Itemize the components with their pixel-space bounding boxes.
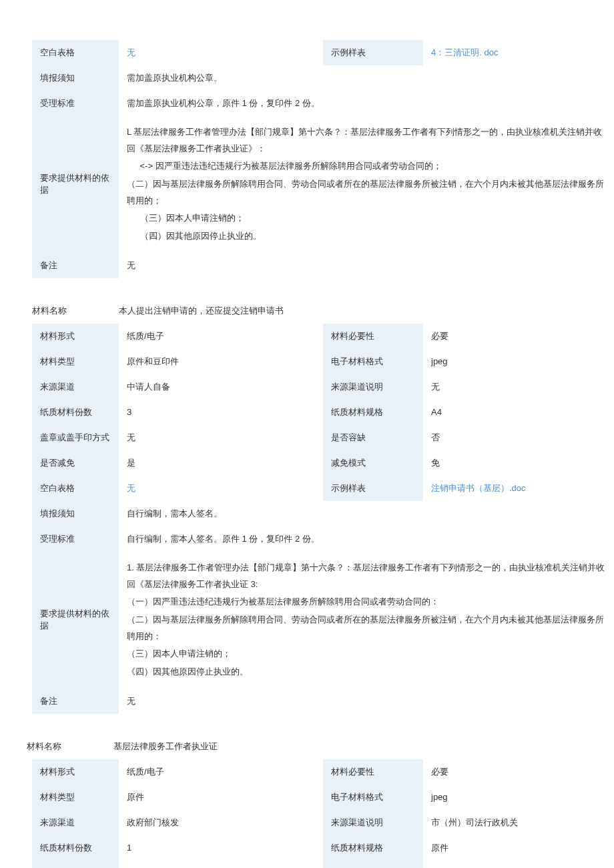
label-paper-count: 纸质材料份数 (32, 400, 119, 425)
row-basis: 要求提供材料的依据 L 基层法律服务工作者管理办法【部门规章】第十六条？：基层法… (32, 116, 614, 253)
value-mat-form: 纸质/电子 (119, 324, 323, 349)
label-mat-nec: 材料必要性 (323, 759, 423, 785)
row: 材料类型 原件和豆印件 电子材料格式 jpeg (32, 349, 614, 374)
value-sample-link[interactable]: 4：三清证明. doc (423, 40, 614, 65)
label-stamp: 盖章或盖手印方式 (32, 861, 119, 868)
value-mat-type: 原件和豆印件 (119, 349, 323, 374)
label-accept-std: 受理标准 (32, 91, 119, 116)
label-source: 来源渠道 (32, 810, 119, 835)
value-accept-std: 自行编制，需本人签名。原件 1 份，复印件 2 份。 (119, 526, 614, 552)
label-basis: 要求提供材料的依据 (32, 552, 119, 689)
row-blank-sample: 空白表格 无 示例样表 注销申请书（基层）.doc (32, 476, 614, 501)
label-source-desc: 来源渠道说明 (323, 374, 423, 400)
label-basis: 要求提供材料的依据 (32, 116, 119, 253)
row-remark: 备注 无 (32, 689, 614, 714)
label-allow-missing: 是否容缺 (323, 425, 423, 450)
label-sample: 示例样表 (323, 476, 423, 501)
basis-line: （二）因与基层法律服务所解除聘用合同、劳动合同或者所在的基层法律服务所被注销，在… (127, 176, 606, 209)
basis-line: （三）因本人申请注销的； (127, 646, 606, 663)
value-blank-form[interactable]: 无 (119, 476, 323, 501)
label-blank-form: 空白表格 (32, 476, 119, 501)
value-paper-spec: A4 (423, 400, 614, 425)
section-3: 材料形式 纸质/电子 材料必要性 必要 材料类型 原件 电子材料格式 jpeg … (32, 759, 614, 868)
value-accept-std: 需加盖原执业机构公章，原件 1 份，复印件 2 份。 (119, 91, 614, 116)
row-fill-notice: 填报须知 自行编制，需本人签名。 (32, 501, 614, 526)
value-fill-notice: 需加盖原执业机构公章。 (119, 65, 614, 91)
label-mat-form: 材料形式 (32, 759, 119, 785)
row-fill-notice: 填报须知 需加盖原执业机构公章。 (32, 65, 614, 91)
row: 来源渠道 政府部门核发 来源渠道说明 市（州）司法行政机关 (32, 810, 614, 835)
value-source-desc: 无 (423, 374, 614, 400)
label-accept-std: 受理标准 (32, 526, 119, 552)
value-source-desc: 市（州）司法行政机关 (423, 810, 614, 835)
label-remark: 备注 (32, 689, 119, 714)
value-fill-notice: 自行编制，需本人签名。 (119, 501, 614, 526)
row: 盖章或盖手印方式 无 是否容缺 否 (32, 861, 614, 868)
row: 盖章或盖手印方式 无 是否容缺 否 (32, 425, 614, 450)
value-source: 政府部门核发 (119, 810, 323, 835)
section-3-heading: 材料名称 基层法律股务工作者执业证 (27, 734, 614, 759)
row: 材料形式 纸质/电子 材料必要性 必要 (32, 324, 614, 349)
label-stamp: 盖章或盖手印方式 (32, 425, 119, 450)
row: 材料形式 纸质/电子 材料必要性 必要 (32, 759, 614, 785)
label-paper-count: 纸质材料份数 (32, 835, 119, 861)
label-blank-form: 空白表格 (32, 40, 119, 65)
value-blank-form[interactable]: 无 (119, 40, 323, 65)
value-source: 中请人自备 (119, 374, 323, 400)
label-e-format: 电子材料格式 (323, 785, 423, 810)
section-2: 材料形式 纸质/电子 材料必要性 必要 材料类型 原件和豆印件 电子材料格式 j… (32, 324, 614, 714)
label-reduce: 是否减免 (32, 450, 119, 476)
row: 材料类型 原件 电子材料格式 jpeg (32, 785, 614, 810)
section-1: 空白表格 无 示例样表 4：三清证明. doc 填报须知 需加盖原执业机构公章。… (32, 40, 614, 278)
value-paper-count: 1 (119, 835, 323, 861)
label-paper-spec: 纸质材料规格 (323, 835, 423, 861)
basis-line: 《四）因其他原因停止执业的。 (127, 664, 606, 681)
row-basis: 要求提供材料的依据 1. 基层法律服务工作者管理办法【部门规章】第十六条？：基层… (32, 552, 614, 689)
label-allow-missing: 是否容缺 (323, 861, 423, 868)
row: 纸质材料份数 1 纸质材料规格 原件 (32, 835, 614, 861)
label-remark: 备注 (32, 253, 119, 278)
label-source-desc: 来源渠道说明 (323, 810, 423, 835)
value-mat-name: 基层法律股务工作者执业证 (113, 741, 614, 753)
value-mat-nec: 必要 (423, 324, 614, 349)
label-source: 来源渠道 (32, 374, 119, 400)
value-allow-missing: 否 (423, 861, 614, 868)
value-stamp: 无 (119, 861, 323, 868)
row: 来源渠道 中请人自备 来源渠道说明 无 (32, 374, 614, 400)
value-reduce-mode: 免 (423, 450, 614, 476)
row-remark: 备注 无 (32, 253, 614, 278)
basis-line: （一）因严重违法违纪违规行为被基层法律服务所解除聘用合同或者劳动合同的： (127, 594, 606, 610)
value-remark: 无 (119, 689, 614, 714)
value-basis: L 基层法律服务工作者管理办法【部门规章】第十六条？：基层法律服务工作者有下列情… (119, 116, 614, 253)
label-mat-nec: 材料必要性 (323, 324, 423, 349)
value-mat-name: 本人提出注销申请的，还应提交注销申请书 (119, 305, 614, 317)
label-fill-notice: 填报须知 (32, 501, 119, 526)
row-accept-std: 受理标准 需加盖原执业机构公章，原件 1 份，复印件 2 份。 (32, 91, 614, 116)
value-allow-missing: 否 (423, 425, 614, 450)
label-mat-type: 材料类型 (32, 785, 119, 810)
value-basis: 1. 基层法律服务工作者管理办法【部门规章】第十六条？：基层法律服务工作者有下列… (119, 552, 614, 689)
value-e-format: jpeg (423, 785, 614, 810)
label-mat-type: 材料类型 (32, 349, 119, 374)
label-fill-notice: 填报须知 (32, 65, 119, 91)
value-paper-count: 3 (119, 400, 323, 425)
value-reduce: 是 (119, 450, 323, 476)
label-mat-name: 材料名称 (32, 305, 119, 317)
value-stamp: 无 (119, 425, 323, 450)
row-blank-sample: 空白表格 无 示例样表 4：三清证明. doc (32, 40, 614, 65)
value-paper-spec: 原件 (423, 835, 614, 861)
label-reduce-mode: 减免模式 (323, 450, 423, 476)
basis-line: （四）因其他原因停止执业的。 (127, 228, 606, 245)
basis-line: （三）因本人申请注销的； (127, 210, 606, 227)
label-paper-spec: 纸质材料规格 (323, 400, 423, 425)
basis-line: （二）因与基层法律服务所解除聘用合同、劳动合同或者所在的基层法律服务所被注销，在… (127, 612, 606, 644)
value-mat-nec: 必要 (423, 759, 614, 785)
label-mat-form: 材料形式 (32, 324, 119, 349)
basis-line: 1. 基层法律服务工作者管理办法【部门规章】第十六条？：基层法律服务工作者有下列… (127, 560, 606, 592)
basis-line: <-> 因严重违法违纪违规行为被基层法律服务所解除聘用合同或者劳动合同的； (127, 158, 606, 175)
value-mat-form: 纸质/电子 (119, 759, 323, 785)
value-sample-link[interactable]: 注销申请书（基层）.doc (423, 476, 614, 501)
label-sample: 示例样表 (323, 40, 423, 65)
row: 纸质材料份数 3 纸质材料规格 A4 (32, 400, 614, 425)
value-remark: 无 (119, 253, 614, 278)
